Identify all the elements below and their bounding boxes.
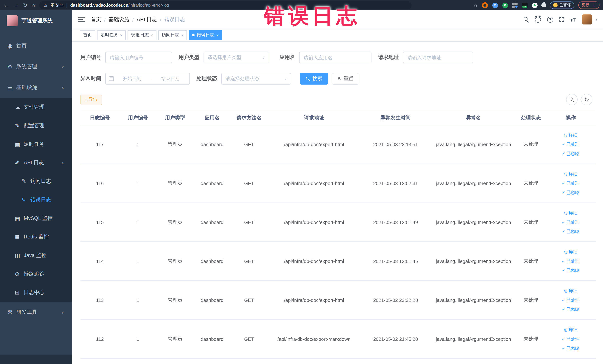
sidebar-item-devtools[interactable]: ⚒研发工具∨: [0, 302, 72, 323]
action-processed-link[interactable]: ✓已处理: [547, 257, 594, 266]
puzzle-extension-icon[interactable]: [542, 3, 545, 7]
font-size-icon[interactable]: TT: [570, 16, 576, 23]
close-icon[interactable]: ×: [151, 33, 153, 37]
action-processed-link[interactable]: ✓已处理: [547, 218, 594, 227]
sidebar-item-error-log[interactable]: ✎错误日志: [0, 191, 72, 209]
action-ignored-link[interactable]: ✓已忽略: [547, 188, 594, 197]
sidebar-item-redis[interactable]: ≣Redis 监控: [0, 228, 72, 246]
export-button[interactable]: ↓ 导出: [81, 94, 102, 105]
grid-extension-icon[interactable]: [512, 3, 517, 8]
action-label: 详细: [569, 169, 578, 178]
close-icon[interactable]: ×: [120, 33, 123, 37]
action-ignored-link[interactable]: ✓已忽略: [547, 266, 594, 275]
back-icon[interactable]: ←: [4, 3, 9, 8]
action-detail-link[interactable]: ◎详细: [547, 208, 594, 218]
page-url: dashboard.yudao.iocoder.cn/infra/log/api…: [70, 3, 169, 7]
sidebar-item-label: 链路追踪: [24, 271, 72, 277]
action-ignored-link[interactable]: ✓已忽略: [547, 227, 594, 236]
sidebar-item-infra[interactable]: ▤基础设施∧: [0, 77, 72, 98]
table-row: 1141管理员dashboardGET/api/infra/db-doc/exp…: [81, 242, 596, 281]
action-detail-link[interactable]: ◎详细: [547, 130, 594, 140]
reset-button[interactable]: ↻ 重置: [332, 73, 359, 84]
bookmark-star-icon[interactable]: ☆: [474, 2, 478, 8]
annotation-overlay-text: 错误日志: [264, 2, 360, 30]
sidebar-item-log-center[interactable]: ⊞日志中心: [0, 283, 72, 302]
toggle-search-button[interactable]: [566, 94, 578, 105]
blue-shield-extension-icon[interactable]: ▼: [492, 2, 498, 8]
start-date-placeholder: 开始日期: [116, 75, 148, 82]
green-leaf-extension-icon[interactable]: ♣: [532, 2, 537, 8]
action-detail-link[interactable]: ◎详细: [547, 325, 594, 334]
update-button[interactable]: 更新 ⋮: [578, 1, 600, 9]
sidebar-item-home[interactable]: ◉首页: [0, 35, 72, 56]
search-button[interactable]: 搜索: [300, 73, 328, 84]
action-label: 详细: [569, 325, 578, 334]
fullscreen-icon[interactable]: [559, 17, 564, 22]
hamburger-icon[interactable]: [78, 17, 85, 22]
sidebar-item-access-log[interactable]: ✎访问日志: [0, 172, 72, 191]
cell-status: 未处理: [516, 203, 546, 242]
user-id-input[interactable]: [105, 52, 172, 63]
kebab-menu-icon[interactable]: ⋮: [592, 3, 596, 8]
action-detail-link[interactable]: ◎详细: [547, 169, 594, 178]
tab-错误日志[interactable]: 错误日志×: [189, 30, 222, 40]
sidebar-item-config[interactable]: ✎配置管理: [0, 117, 72, 135]
sidebar-item-file[interactable]: ☁文件管理: [0, 98, 72, 117]
orange-ring-extension-icon[interactable]: [482, 2, 488, 8]
paused-badge[interactable]: 已暂停: [550, 1, 574, 9]
sidebar-item-system[interactable]: ⚙系统管理∨: [0, 56, 72, 77]
on-toggle-extension-icon[interactable]: on: [522, 2, 527, 8]
action-processed-link[interactable]: ✓已处理: [547, 295, 594, 305]
sidebar-item-job[interactable]: ▣定时任务: [0, 135, 72, 153]
exception-time-range-picker[interactable]: 开始日期 - 结束日期: [105, 73, 190, 84]
security-label: 不安全: [50, 2, 63, 8]
cell-status: 未处理: [516, 164, 546, 203]
search-icon[interactable]: [524, 17, 529, 22]
github-icon[interactable]: [535, 16, 541, 23]
action-processed-link[interactable]: ✓已处理: [547, 178, 594, 188]
reload-icon[interactable]: ↻: [23, 3, 27, 8]
tags-view-bar: 首页定时任务×调度日志×访问日志×错误日志×: [72, 29, 603, 42]
tab-调度日志[interactable]: 调度日志×: [128, 30, 156, 40]
forward-icon[interactable]: →: [13, 3, 19, 8]
update-label: 更新: [582, 3, 590, 8]
action-processed-link[interactable]: ✓已处理: [547, 334, 594, 344]
action-ignored-link[interactable]: ✓已忽略: [547, 344, 594, 353]
cell-actions: ◎详细✓已处理✓已忽略: [546, 164, 596, 203]
tab-访问日志[interactable]: 访问日志×: [158, 30, 187, 40]
caret-down-icon[interactable]: ▾: [595, 17, 597, 22]
chevron-down-icon: ∨: [61, 65, 64, 69]
action-detail-link[interactable]: ◎详细: [547, 286, 594, 295]
sidebar-item-api-log[interactable]: ✐API 日志∧: [0, 153, 72, 172]
sidebar-item-java[interactable]: ◫Java 监控: [0, 246, 72, 265]
breadcrumb-item[interactable]: 首页: [91, 16, 101, 23]
process-status-select[interactable]: 请选择处理状态 ∨: [221, 73, 291, 84]
cell-method: GET: [231, 281, 268, 319]
action-label: 已处理: [566, 334, 580, 344]
action-ignored-link[interactable]: ✓已忽略: [547, 149, 594, 158]
user-type-select[interactable]: 请选择用户类型 ∨: [204, 52, 269, 63]
green-v-extension-icon[interactable]: V: [502, 2, 508, 8]
action-processed-link[interactable]: ✓已处理: [547, 140, 594, 149]
app-name-input[interactable]: [299, 52, 371, 63]
logo-row[interactable]: 芋道管理系统: [0, 10, 72, 31]
request-url-input[interactable]: [403, 52, 473, 63]
breadcrumb-item[interactable]: API 日志: [137, 16, 157, 23]
action-ignored-link[interactable]: ✓已忽略: [547, 305, 594, 314]
column-header: 操作: [546, 111, 596, 125]
action-detail-link[interactable]: ◎详细: [547, 247, 594, 257]
cell-user: 1: [119, 164, 156, 203]
breadcrumb-item[interactable]: 基础设施: [109, 16, 129, 23]
home-icon[interactable]: ⌂: [32, 3, 35, 8]
close-icon[interactable]: ×: [181, 33, 184, 37]
user-avatar[interactable]: [582, 14, 592, 24]
action-label: 详细: [569, 247, 578, 257]
docs-help-icon[interactable]: ?: [547, 16, 553, 23]
column-header: 请求方法名: [231, 111, 268, 125]
sidebar-item-mysql[interactable]: ▦MySQL 监控: [0, 209, 72, 228]
close-icon[interactable]: ×: [216, 33, 219, 37]
tab-首页[interactable]: 首页: [80, 30, 95, 40]
sidebar-item-trace[interactable]: ⊙链路追踪: [0, 265, 72, 283]
tab-定时任务[interactable]: 定时任务×: [97, 30, 126, 40]
refresh-table-button[interactable]: ↻: [581, 94, 592, 105]
